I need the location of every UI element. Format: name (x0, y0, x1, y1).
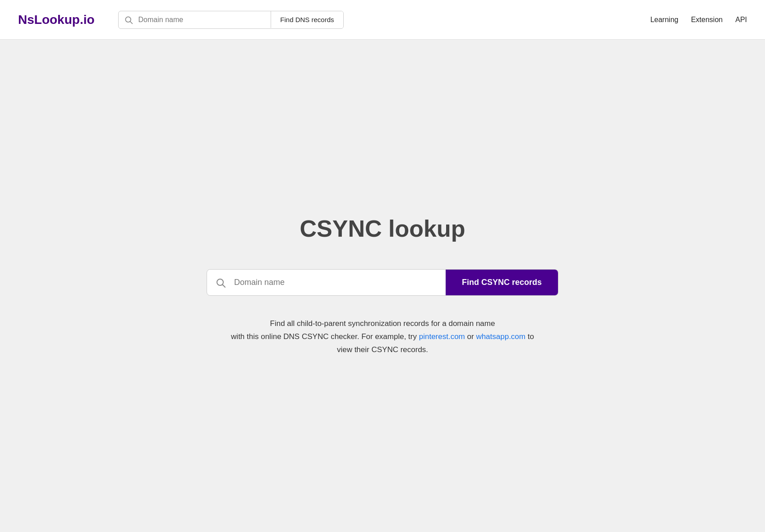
nav-api-link[interactable]: API (735, 16, 747, 24)
nav-extension-link[interactable]: Extension (691, 16, 723, 24)
description-middle: or (467, 332, 474, 341)
header-search-icon (119, 15, 138, 24)
description-line1: Find all child-to-parent synchronization… (270, 319, 495, 328)
main-search-icon (207, 277, 234, 288)
header-search-input[interactable] (138, 11, 271, 28)
main-search-input[interactable] (234, 270, 446, 295)
header: NsLookup.io Find DNS records Learning Ex… (0, 0, 765, 40)
nav-learning-link[interactable]: Learning (650, 16, 678, 24)
site-logo[interactable]: NsLookup.io (18, 13, 95, 27)
svg-line-3 (223, 284, 226, 287)
description-text: Find all child-to-parent synchronization… (225, 317, 540, 357)
header-nav: Learning Extension API (650, 16, 747, 24)
header-search-form: Find DNS records (118, 11, 344, 29)
main-search-form: Find CSYNC records (207, 269, 558, 296)
svg-line-1 (130, 21, 132, 23)
whatsapp-link[interactable]: whatsapp.com (476, 332, 525, 341)
description-line2: with this online DNS CSYNC checker. For … (231, 332, 417, 341)
main-content: CSYNC lookup Find CSYNC records Find all… (0, 40, 765, 532)
main-find-csync-button[interactable]: Find CSYNC records (446, 270, 558, 295)
header-find-dns-button[interactable]: Find DNS records (271, 11, 343, 28)
pinterest-link[interactable]: pinterest.com (419, 332, 465, 341)
page-title: CSYNC lookup (300, 215, 465, 242)
